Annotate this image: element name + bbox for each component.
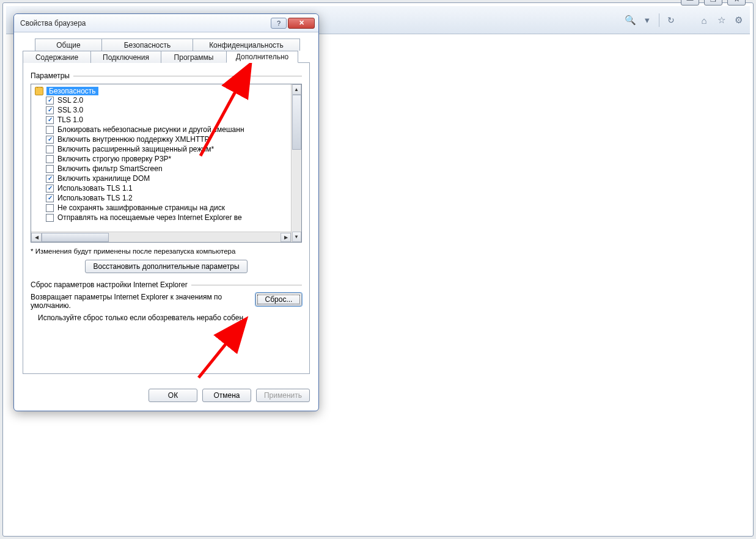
reset-group-label: Сброс параметров настройки Internet Expl… [31,280,302,289]
search-dropdown-icon[interactable]: ▾ [642,15,653,26]
setting-label: SSL 3.0 [57,106,83,114]
dialog-button-row: ОК Отмена Применить [14,383,318,411]
search-icon[interactable]: 🔍 [625,15,636,26]
reset-note: Используйте сброс только если обозревате… [38,314,302,322]
dialog-titlebar[interactable]: Свойства браузера ? ✕ [14,14,318,32]
tabs-container: Общие Безопасность Конфиденциальность Со… [23,38,310,374]
refresh-icon[interactable]: ↻ [666,15,677,26]
setting-item[interactable]: Не сохранять зашифрованные страницы на д… [35,203,289,213]
setting-item[interactable]: Использовать TLS 1.2 [35,193,289,203]
tab-programs[interactable]: Программы [161,51,227,63]
setting-label: Включить хранилище DOM [57,174,150,183]
setting-checkbox[interactable] [46,145,54,153]
setting-label: Включить внутреннюю поддержку XMLHTTP [57,135,210,144]
reset-group-text: Сброс параметров настройки Internet Expl… [31,280,188,289]
tab-general[interactable]: Общие [35,38,102,51]
setting-label: Блокировать небезопасные рисунки и друго… [57,125,244,134]
settings-tree[interactable]: Безопасность SSL 2.0SSL 3.0TLS 1.0Блокир… [31,84,302,243]
setting-item[interactable]: Включить внутреннюю поддержку XMLHTTP [35,134,289,144]
setting-label: Включить строгую проверку P3P* [57,155,171,163]
apply-button[interactable]: Применить [256,389,310,402]
home-icon[interactable]: ⌂ [699,15,710,26]
window-minimize-button[interactable]: — [681,0,699,6]
setting-item[interactable]: Включить фильтр SmartScreen [35,164,289,174]
hscroll-thumb[interactable] [42,233,109,242]
setting-checkbox[interactable] [46,155,54,163]
tab-advanced[interactable]: Дополнительно [226,51,298,63]
restore-advanced-button[interactable]: Восстановить дополнительные параметры [85,260,247,273]
lock-icon [35,87,43,95]
setting-item[interactable]: Отправлять на посещаемые через Internet … [35,213,289,222]
setting-item[interactable]: Включить хранилище DOM [35,174,289,183]
setting-item[interactable]: Включить расширенный защищенный режим* [35,144,289,154]
setting-item[interactable]: Использовать TLS 1.1 [35,183,289,193]
setting-checkbox[interactable] [46,116,54,124]
horizontal-scrollbar[interactable]: ◀ ▶ [31,232,291,242]
scroll-up-button[interactable]: ▲ [292,84,301,95]
scroll-thumb[interactable] [292,95,301,150]
cancel-button[interactable]: Отмена [202,389,251,402]
dialog-help-button[interactable]: ? [271,18,287,29]
tab-security[interactable]: Безопасность [101,38,193,51]
window-maximize-button[interactable]: ❐ [704,0,722,6]
setting-checkbox[interactable] [46,214,54,222]
hscroll-track[interactable] [42,233,281,242]
parameters-label-text: Параметры [31,72,70,80]
setting-checkbox[interactable] [46,165,54,173]
category-security[interactable]: Безопасность [46,87,98,95]
toolbar-separator [659,13,659,27]
setting-item[interactable]: Блокировать небезопасные рисунки и друго… [35,125,289,134]
tools-icon[interactable]: ⚙ [733,15,744,26]
internet-options-dialog: Свойства браузера ? ✕ Общие Безопасность… [13,13,319,411]
setting-item[interactable]: SSL 3.0 [35,105,289,115]
vertical-scrollbar[interactable]: ▲ ▼ [291,84,301,242]
setting-checkbox[interactable] [46,175,54,183]
setting-label: TLS 1.0 [57,116,83,124]
setting-checkbox[interactable] [46,97,54,105]
tab-connections[interactable]: Подключения [90,51,161,63]
setting-checkbox[interactable] [46,106,54,114]
reset-description: Возвращает параметры Internet Explorer к… [31,293,249,310]
tab-content[interactable]: Содержание [23,51,91,63]
setting-item[interactable]: TLS 1.0 [35,115,289,125]
reset-button[interactable]: Сброс... [255,293,302,306]
setting-label: Отправлять на посещаемые через Internet … [57,213,242,222]
setting-label: SSL 2.0 [57,96,83,105]
favorites-icon[interactable]: ☆ [716,15,727,26]
setting-checkbox[interactable] [46,136,54,144]
setting-checkbox[interactable] [46,204,54,212]
setting-checkbox[interactable] [46,185,54,193]
window-close-button[interactable]: ✕ [727,0,746,6]
dialog-title: Свойства браузера [20,19,271,28]
setting-label: Использовать TLS 1.1 [57,184,133,193]
advanced-tab-panel: Параметры Безопасность SSL 2.0SSL 3.0TLS… [23,62,310,374]
tab-privacy[interactable]: Конфиденциальность [193,38,300,51]
scroll-down-button[interactable]: ▼ [292,232,301,242]
setting-label: Включить расширенный защищенный режим* [57,145,214,153]
setting-item[interactable]: Включить строгую проверку P3P* [35,154,289,164]
ok-button[interactable]: ОК [149,389,197,402]
setting-checkbox[interactable] [46,126,54,134]
scroll-left-button[interactable]: ◀ [31,233,42,242]
setting-label: Использовать TLS 1.2 [57,194,133,202]
setting-item[interactable]: SSL 2.0 [35,95,289,105]
setting-label: Включить фильтр SmartScreen [57,164,163,173]
parameters-group-label: Параметры [31,72,302,80]
scroll-right-button[interactable]: ▶ [281,233,291,242]
dialog-close-button[interactable]: ✕ [288,18,315,29]
scroll-track[interactable] [292,95,301,232]
restart-note: * Изменения будут применены после переза… [31,248,302,255]
setting-checkbox[interactable] [46,194,54,202]
setting-label: Не сохранять зашифрованные страницы на д… [57,204,225,212]
